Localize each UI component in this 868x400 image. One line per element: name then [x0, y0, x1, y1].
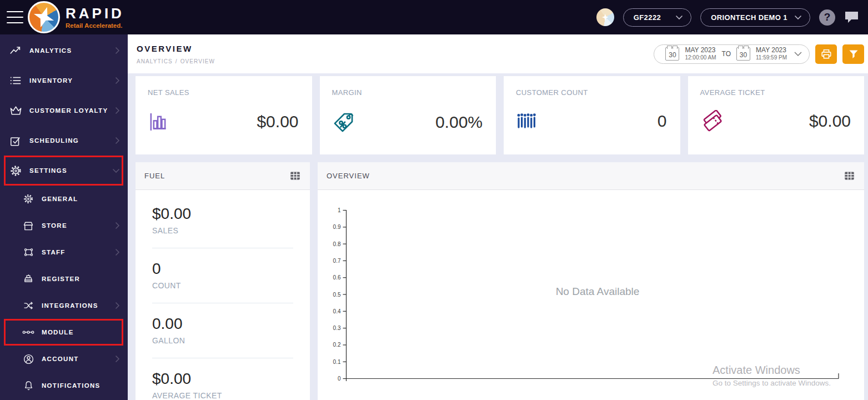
- chevron-down-icon: [794, 13, 802, 22]
- chevron-right-icon: [115, 107, 120, 114]
- logo-title: RAPID: [66, 6, 124, 21]
- svg-text:0: 0: [338, 376, 341, 382]
- kpi-value: 0.00%: [435, 113, 483, 132]
- fuel-metric-value: 0: [152, 260, 293, 278]
- sidebar-item-label: ANALYTICS: [29, 47, 72, 54]
- fuel-metric-gallon: 0.00 GALLON: [152, 303, 293, 358]
- user-avatar[interactable]: [596, 8, 614, 26]
- svg-text:0.3: 0.3: [333, 325, 341, 331]
- kpi-card-customer-count: CUSTOMER COUNT 0: [504, 76, 680, 154]
- check-square-icon: [9, 135, 22, 147]
- fuel-panel: FUEL $0.00 SALES 0 COUNT 0.00: [136, 162, 310, 400]
- breadcrumb: ANALYTICS/OVERVIEW: [137, 58, 215, 64]
- sidebar-item-label: INTEGRATIONS: [42, 302, 98, 309]
- list-icon: [9, 75, 22, 86]
- filter-button[interactable]: [842, 44, 864, 64]
- sidebar-item-staff[interactable]: STAFF: [0, 239, 128, 266]
- app-window: RAPID Retail Accelerated. GF2222 ORIONTE…: [0, 0, 868, 400]
- print-button[interactable]: [815, 44, 837, 64]
- fuel-metric-count: 0 COUNT: [152, 248, 293, 303]
- company-selector-dropdown[interactable]: ORIONTECH DEMO 1: [700, 8, 810, 27]
- fuel-metric-value: $0.00: [152, 205, 293, 223]
- kpi-cards-row: NET SALES $0.00 MARGIN 0.00%: [136, 76, 864, 154]
- sidebar-item-customer-loyalty[interactable]: CUSTOMER LOYALTY: [0, 96, 128, 126]
- start-date: MAY 2023: [685, 47, 716, 54]
- person-circle-icon: [22, 353, 34, 365]
- tickets-icon: [700, 110, 725, 132]
- sidebar-item-general[interactable]: GENERAL: [0, 186, 128, 212]
- sidebar-item-account[interactable]: ACCOUNT: [0, 346, 128, 372]
- svg-text:0.7: 0.7: [333, 258, 341, 264]
- calendar-icon: 30: [736, 47, 750, 61]
- store-selector-value: GF2222: [634, 13, 661, 22]
- app-logo: RAPID Retail Accelerated.: [28, 1, 124, 33]
- fuel-metric-value: 0.00: [152, 315, 293, 333]
- shuffle-icon: [22, 300, 34, 311]
- group-icon: [22, 247, 34, 258]
- sidebar-item-label: SCHEDULING: [29, 137, 79, 144]
- chevron-right-icon: [115, 137, 120, 144]
- kpi-title: MARGIN: [332, 88, 483, 97]
- chevron-right-icon: [115, 47, 120, 54]
- overview-chart-panel: OVERVIEW 00.10.20.30.40.50.60.70.80.91 N…: [318, 162, 864, 400]
- kpi-card-net-sales: NET SALES $0.00: [136, 76, 312, 154]
- sidebar-item-label: STAFF: [42, 249, 66, 256]
- calendar-icon: 30: [665, 47, 679, 61]
- fuel-metric-label: COUNT: [152, 281, 293, 290]
- svg-text:0.5: 0.5: [333, 292, 341, 298]
- chevron-right-icon: [115, 77, 120, 84]
- breadcrumb-overview: OVERVIEW: [180, 58, 215, 64]
- table-view-icon[interactable]: [844, 171, 855, 181]
- kpi-value: $0.00: [257, 112, 298, 131]
- kpi-card-average-ticket: AVERAGE TICKET $0.00: [688, 76, 865, 154]
- panels-row: FUEL $0.00 SALES 0 COUNT 0.00: [136, 162, 864, 400]
- page-title: OVERVIEW: [137, 44, 215, 53]
- sidebar-nav: ANALYTICS INVENTORY CUSTOMER LOYALTY: [0, 34, 128, 400]
- sidebar-item-settings[interactable]: SETTINGS: [4, 156, 123, 186]
- chevron-down-icon: [112, 168, 120, 173]
- topbar: RAPID Retail Accelerated. GF2222 ORIONTE…: [0, 0, 868, 34]
- kpi-value: 0: [658, 112, 667, 131]
- fuel-metric-value: $0.00: [152, 370, 293, 388]
- end-date: MAY 2023: [756, 47, 787, 54]
- chevron-right-icon: [115, 302, 120, 309]
- people-crowd-icon: [516, 110, 539, 132]
- sidebar-item-label: STORE: [42, 222, 67, 229]
- store-selector-dropdown[interactable]: GF2222: [623, 8, 691, 27]
- svg-text:0.9: 0.9: [333, 224, 341, 230]
- sidebar-item-label: SETTINGS: [29, 167, 67, 174]
- company-selector-value: ORIONTECH DEMO 1: [711, 13, 787, 22]
- kpi-card-margin: MARGIN 0.00%: [320, 76, 496, 154]
- sidebar-item-label: REGISTER: [42, 276, 80, 282]
- hamburger-menu-icon[interactable]: [7, 11, 23, 23]
- breadcrumb-analytics[interactable]: ANALYTICS: [137, 58, 173, 64]
- date-range-picker[interactable]: 30 MAY 2023 12:00:00 AM TO 30 MAY 2023 1…: [654, 44, 810, 64]
- sidebar-item-register[interactable]: REGISTER: [0, 266, 128, 292]
- svg-text:0.8: 0.8: [333, 241, 341, 247]
- fuel-metric-label: SALES: [152, 226, 293, 235]
- gear-icon: [22, 193, 34, 204]
- fuel-metric-label: GALLON: [152, 336, 293, 345]
- svg-text:1: 1: [338, 207, 341, 213]
- tag-percent-icon: [332, 110, 355, 134]
- sidebar-item-analytics[interactable]: ANALYTICS: [0, 36, 128, 66]
- sidebar-item-store[interactable]: STORE: [0, 212, 128, 239]
- register-icon: [22, 273, 34, 284]
- gear-icon: [9, 164, 22, 177]
- no-data-message: No Data Available: [556, 286, 640, 298]
- sidebar-item-module[interactable]: MODULE: [4, 319, 123, 346]
- sidebar-item-notifications[interactable]: NOTIFICATIONS: [0, 372, 128, 399]
- chevron-right-icon: [115, 248, 120, 256]
- sidebar-item-scheduling[interactable]: SCHEDULING: [0, 126, 128, 156]
- svg-text:0.1: 0.1: [333, 359, 341, 365]
- sidebar-item-inventory[interactable]: INVENTORY: [0, 66, 128, 96]
- table-view-icon[interactable]: [289, 171, 301, 181]
- content-area: NET SALES $0.00 MARGIN 0.00%: [128, 73, 868, 400]
- chat-icon[interactable]: [844, 11, 859, 24]
- sidebar-item-label: CUSTOMER LOYALTY: [29, 107, 108, 114]
- sidebar-item-integrations[interactable]: INTEGRATIONS: [0, 292, 128, 319]
- crown-icon: [9, 105, 22, 116]
- end-time: 11:59:59 PM: [756, 54, 787, 61]
- start-time: 12:00:00 AM: [685, 54, 716, 61]
- help-icon[interactable]: ?: [819, 9, 835, 26]
